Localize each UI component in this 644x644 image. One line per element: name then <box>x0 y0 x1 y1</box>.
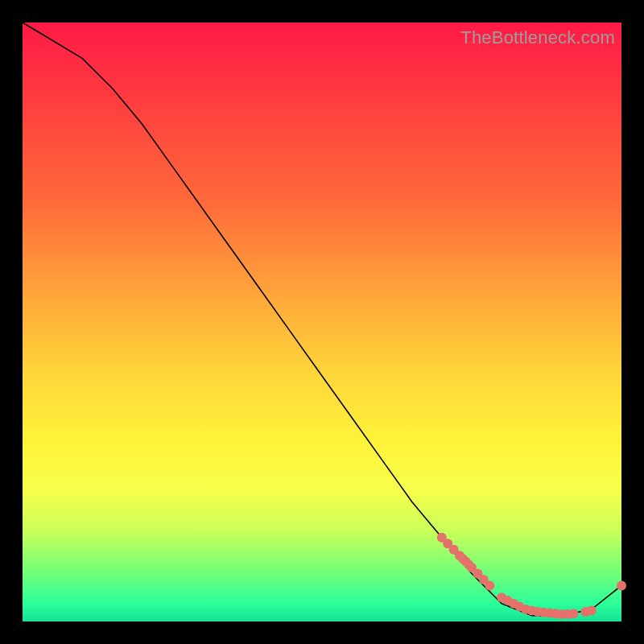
data-point <box>464 559 473 569</box>
data-point <box>485 580 494 590</box>
data-point <box>617 580 626 590</box>
plot-area: TheBottleneck.com <box>23 23 621 621</box>
data-point <box>569 609 579 618</box>
chart-frame: TheBottleneck.com <box>0 0 644 644</box>
highlighted-dots <box>437 533 626 619</box>
chart-overlay <box>23 23 621 621</box>
bottleneck-curve <box>23 23 621 616</box>
data-point <box>587 606 597 616</box>
